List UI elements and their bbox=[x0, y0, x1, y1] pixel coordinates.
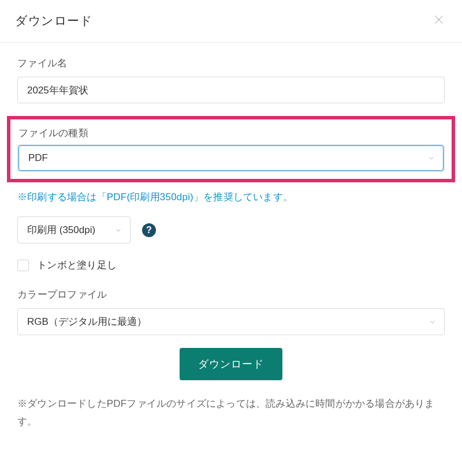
filename-label: ファイル名 bbox=[17, 57, 445, 70]
footer-note: ※ダウンロードしたPDFファイルのサイズによっては、読み込みに時間がかかる場合が… bbox=[17, 395, 445, 430]
color-profile-value: RGB（デジタル用に最適） bbox=[27, 316, 147, 327]
recommend-text: ※印刷する場合は「PDF(印刷用350dpi)」を推奨しています。 bbox=[17, 190, 445, 204]
trim-marks-checkbox[interactable] bbox=[17, 260, 29, 271]
color-profile-label: カラープロファイル bbox=[17, 288, 445, 301]
filename-field-group: ファイル名 bbox=[17, 57, 445, 103]
color-profile-field-group: カラープロファイル RGB（デジタル用に最適） bbox=[17, 288, 445, 335]
help-icon[interactable]: ? bbox=[142, 223, 156, 237]
filename-input[interactable] bbox=[17, 77, 445, 103]
color-profile-select[interactable]: RGB（デジタル用に最適） bbox=[17, 308, 445, 335]
close-button[interactable] bbox=[431, 12, 447, 29]
filetype-select-wrap: PDF bbox=[18, 145, 444, 171]
trim-marks-row: トンボと塗り足し bbox=[17, 258, 445, 272]
modal-title: ダウンロード bbox=[15, 13, 92, 29]
modal-header: ダウンロード bbox=[0, 0, 462, 43]
dpi-select-wrap: 印刷用 (350dpi) bbox=[17, 216, 131, 243]
dpi-select[interactable]: 印刷用 (350dpi) bbox=[17, 216, 131, 243]
filetype-label: ファイルの種類 bbox=[18, 126, 444, 140]
color-profile-select-wrap: RGB（デジタル用に最適） bbox=[17, 308, 445, 335]
trim-marks-label: トンボと塗り足し bbox=[37, 258, 117, 272]
modal-body: ファイル名 ファイルの種類 PDF ※印刷する場合は「PDF(印刷用350dpi… bbox=[0, 43, 462, 447]
dpi-row: 印刷用 (350dpi) ? bbox=[17, 216, 445, 243]
filetype-value: PDF bbox=[28, 152, 48, 163]
download-button[interactable]: ダウンロード bbox=[180, 348, 282, 380]
dpi-value: 印刷用 (350dpi) bbox=[27, 224, 95, 235]
filetype-highlight-box: ファイルの種類 PDF bbox=[7, 116, 455, 182]
filetype-select[interactable]: PDF bbox=[18, 145, 444, 171]
close-icon bbox=[433, 14, 445, 25]
